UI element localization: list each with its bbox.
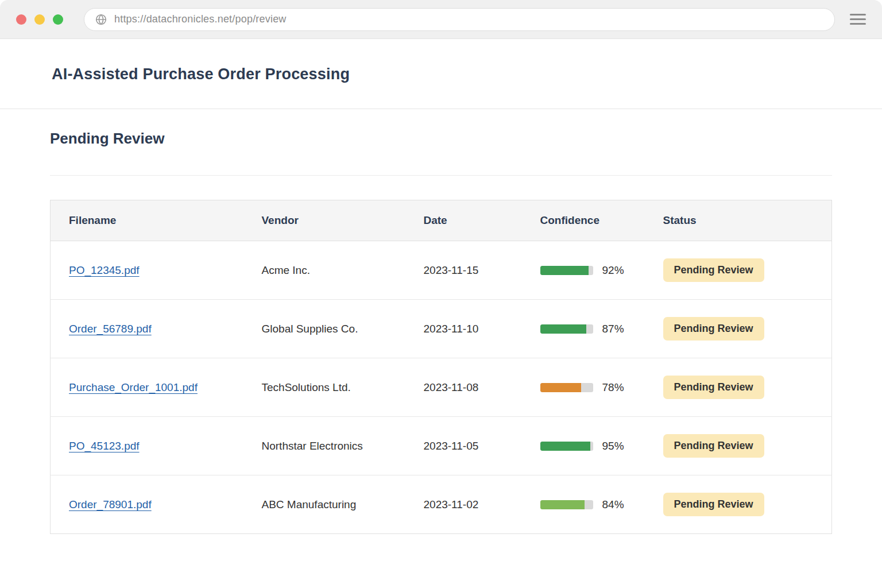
confidence-value: 92% (602, 264, 624, 277)
vendor-cell: Acme Inc. (243, 241, 405, 300)
status-badge: Pending Review (663, 434, 764, 458)
confidence-bar-fill (540, 266, 589, 275)
confidence-bar-track (540, 324, 593, 334)
confidence-cell: 87% (540, 323, 639, 335)
globe-icon (95, 13, 107, 26)
vendor-cell: ABC Manufacturing (243, 475, 405, 534)
confidence-bar-track (540, 266, 593, 275)
column-header-confidence: Confidence (522, 200, 645, 241)
confidence-bar-track (540, 383, 593, 392)
confidence-bar-fill (540, 324, 586, 334)
confidence-bar-track (540, 500, 593, 509)
section-heading: Pending Review (50, 130, 832, 148)
confidence-cell: 92% (540, 264, 639, 277)
table-row: PO_45123.pdf Northstar Electronics 2023-… (51, 417, 832, 475)
filename-link[interactable]: PO_12345.pdf (69, 264, 140, 276)
table-body: PO_12345.pdf Acme Inc. 2023-11-15 92% Pe… (51, 241, 832, 534)
browser-window: https://datachronicles.net/pop/review AI… (0, 0, 882, 588)
close-window-button[interactable] (16, 14, 26, 25)
confidence-bar-fill (540, 442, 590, 451)
vendor-cell: Northstar Electronics (243, 417, 405, 475)
status-badge: Pending Review (663, 258, 764, 282)
confidence-value: 87% (602, 323, 624, 335)
hamburger-menu-icon[interactable] (850, 14, 866, 25)
vendor-cell: Global Supplies Co. (243, 300, 405, 358)
status-badge: Pending Review (663, 317, 764, 341)
date-cell: 2023-11-15 (405, 241, 522, 300)
date-cell: 2023-11-08 (405, 358, 522, 417)
table-row: Purchase_Order_1001.pdf TechSolutions Lt… (51, 358, 832, 417)
confidence-bar-fill (540, 500, 585, 509)
confidence-value: 84% (602, 498, 624, 511)
date-cell: 2023-11-10 (405, 300, 522, 358)
confidence-cell: 84% (540, 498, 639, 511)
date-cell: 2023-11-02 (405, 475, 522, 534)
date-cell: 2023-11-05 (405, 417, 522, 475)
column-header-date: Date (405, 200, 522, 241)
browser-chrome: https://datachronicles.net/pop/review (0, 0, 882, 39)
table-row: Order_78901.pdf ABC Manufacturing 2023-1… (51, 475, 832, 534)
status-badge: Pending Review (663, 376, 764, 399)
window-controls (16, 14, 63, 25)
confidence-bar-fill (540, 383, 582, 392)
confidence-value: 78% (602, 381, 624, 394)
page-header: AI-Assisted Purchase Order Processing (0, 39, 882, 109)
pending-review-table: Filename Vendor Date Confidence Status P… (50, 200, 832, 534)
page-title: AI-Assisted Purchase Order Processing (52, 65, 830, 83)
confidence-bar-track (540, 442, 593, 451)
main-content: Pending Review Filename Vendor Date Conf… (0, 109, 882, 534)
filename-link[interactable]: Order_56789.pdf (69, 323, 152, 335)
maximize-window-button[interactable] (53, 14, 63, 25)
url-text[interactable]: https://datachronicles.net/pop/review (114, 13, 287, 25)
confidence-value: 95% (602, 440, 624, 452)
filename-link[interactable]: PO_45123.pdf (69, 440, 140, 452)
section-divider (50, 175, 832, 176)
vendor-cell: TechSolutions Ltd. (243, 358, 405, 417)
column-header-vendor: Vendor (243, 200, 405, 241)
filename-link[interactable]: Purchase_Order_1001.pdf (69, 381, 198, 393)
status-badge: Pending Review (663, 493, 764, 516)
column-header-status: Status (645, 200, 832, 241)
confidence-cell: 78% (540, 381, 639, 394)
table-header: Filename Vendor Date Confidence Status (51, 200, 832, 241)
table-row: PO_12345.pdf Acme Inc. 2023-11-15 92% Pe… (51, 241, 832, 300)
address-bar[interactable]: https://datachronicles.net/pop/review (84, 8, 835, 31)
minimize-window-button[interactable] (34, 14, 45, 25)
column-header-filename: Filename (51, 200, 243, 241)
confidence-cell: 95% (540, 440, 639, 452)
table-row: Order_56789.pdf Global Supplies Co. 2023… (51, 300, 832, 358)
filename-link[interactable]: Order_78901.pdf (69, 498, 152, 510)
